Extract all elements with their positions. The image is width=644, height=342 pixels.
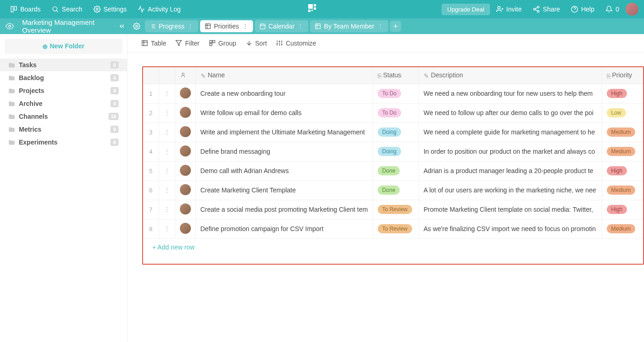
row-menu-button[interactable]: ⋮ xyxy=(159,122,175,142)
row-description-cell[interactable]: Adrian is a product manager leading a 20… xyxy=(419,161,602,180)
row-name-cell[interactable]: Create a social media post promoting Mar… xyxy=(196,200,373,219)
row-assignee[interactable] xyxy=(175,142,196,161)
row-priority-cell[interactable]: Medium xyxy=(602,122,643,142)
notifications-button[interactable]: 0 xyxy=(601,3,624,15)
row-name-cell[interactable]: Create a new onboarding tour xyxy=(196,84,373,103)
row-assignee[interactable] xyxy=(175,122,196,142)
tool-sort[interactable]: Sort xyxy=(246,40,267,47)
row-assignee[interactable] xyxy=(175,180,196,200)
column-priority[interactable]: ⎘Priority xyxy=(602,67,643,84)
more-vertical-icon[interactable]: ⋮ xyxy=(297,23,304,30)
tool-filter[interactable]: Filter xyxy=(175,40,199,47)
row-menu-button[interactable]: ⋮ xyxy=(159,161,175,180)
row-status-cell[interactable]: Done xyxy=(373,180,419,200)
search-button[interactable]: Search xyxy=(47,3,86,15)
table-row[interactable]: 5 ⋮ Demo call with Adrian Andrews Done A… xyxy=(143,161,643,180)
tab-calendar[interactable]: Calendar ⋮ xyxy=(255,20,309,32)
sidebar-item-label: Projects xyxy=(19,87,107,94)
upgrade-button[interactable]: Upgrade Deal xyxy=(442,4,489,15)
table-row[interactable]: 8 ⋮ Define promotion campaign for CSV Im… xyxy=(143,219,643,238)
tab-progress[interactable]: Progress ⋮ xyxy=(145,20,198,32)
row-menu-button[interactable]: ⋮ xyxy=(159,142,175,161)
sidebar-item-backlog[interactable]: Backlog 4 xyxy=(0,71,127,84)
tool-group[interactable]: Group xyxy=(209,40,236,47)
more-vertical-icon[interactable]: ⋮ xyxy=(187,23,194,30)
table-row[interactable]: 7 ⋮ Create a social media post promoting… xyxy=(143,200,643,219)
column-assignee[interactable] xyxy=(175,67,196,84)
table-row[interactable]: 4 ⋮ Define brand messaging Doing In orde… xyxy=(143,142,643,161)
invite-button[interactable]: Invite xyxy=(492,3,526,15)
board-settings-button[interactable] xyxy=(133,23,140,30)
row-priority-cell[interactable]: High xyxy=(602,84,643,103)
collapse-sidebar-button[interactable] xyxy=(116,21,127,32)
row-assignee[interactable] xyxy=(175,200,196,219)
boards-button[interactable]: Boards xyxy=(6,3,45,15)
add-view-button[interactable] xyxy=(390,21,401,32)
more-vertical-icon[interactable]: ⋮ xyxy=(242,23,248,30)
row-name-cell[interactable]: Define promotion campaign for CSV Import xyxy=(196,219,373,238)
row-assignee[interactable] xyxy=(175,84,196,103)
add-row-button[interactable]: + Add new row xyxy=(143,239,643,255)
row-status-cell[interactable]: To Do xyxy=(373,103,419,122)
row-name-cell[interactable]: Write follow up email for demo calls xyxy=(196,103,373,122)
svg-point-4 xyxy=(96,8,98,10)
row-priority-cell[interactable]: High xyxy=(602,200,643,219)
sidebar-item-label: Channels xyxy=(19,113,105,120)
add-row-label: Add new row xyxy=(157,243,195,251)
row-status-cell[interactable]: Doing xyxy=(373,142,419,161)
settings-button[interactable]: Settings xyxy=(89,3,132,15)
user-avatar[interactable] xyxy=(626,3,638,16)
sidebar-item-metrics[interactable]: Metrics 9 xyxy=(0,123,127,136)
table-row[interactable]: 6 ⋮ Create Marketing Client Template Don… xyxy=(143,180,643,200)
row-priority-cell[interactable]: High xyxy=(602,161,643,180)
more-vertical-icon[interactable]: ⋮ xyxy=(377,23,384,30)
row-name-cell[interactable]: Create Marketing Client Template xyxy=(196,180,373,200)
row-assignee[interactable] xyxy=(175,103,196,122)
share-button[interactable]: Share xyxy=(528,3,564,15)
column-name[interactable]: ✎Name xyxy=(196,67,373,84)
row-menu-button[interactable]: ⋮ xyxy=(159,84,175,103)
row-name-cell[interactable]: Write and implement the Ultimate Marketi… xyxy=(196,122,373,142)
row-name-cell[interactable]: Demo call with Adrian Andrews xyxy=(196,161,373,180)
row-status-cell[interactable]: Done xyxy=(373,161,419,180)
row-description-cell[interactable]: We need a new onboarding tour for new us… xyxy=(419,84,602,103)
sidebar-item-projects[interactable]: Projects 8 xyxy=(0,84,127,97)
row-status-cell[interactable]: To Review xyxy=(373,219,419,238)
row-priority-cell[interactable]: Medium xyxy=(602,219,643,238)
row-menu-button[interactable]: ⋮ xyxy=(159,180,175,200)
tab-priorities[interactable]: Priorities ⋮ xyxy=(200,20,253,32)
sidebar-item-archive[interactable]: Archive 4 xyxy=(0,97,127,110)
row-priority-cell[interactable]: Medium xyxy=(602,180,643,200)
table-row[interactable]: 3 ⋮ Write and implement the Ultimate Mar… xyxy=(143,122,643,142)
help-button[interactable]: Help xyxy=(566,3,599,15)
row-description-cell[interactable]: In order to position our product on the … xyxy=(419,142,602,161)
sidebar-item-channels[interactable]: Channels 16 xyxy=(0,110,127,123)
row-assignee[interactable] xyxy=(175,161,196,180)
tab-by-team-member[interactable]: By Team Member ⋮ xyxy=(310,20,388,32)
row-menu-button[interactable]: ⋮ xyxy=(159,103,175,122)
row-assignee[interactable] xyxy=(175,219,196,238)
row-status-cell[interactable]: To Review xyxy=(373,200,419,219)
column-description[interactable]: ✎Description xyxy=(419,67,602,84)
row-description-cell[interactable]: A lot of our users are working in the ma… xyxy=(419,180,602,200)
new-folder-button[interactable]: ⊕ New Folder xyxy=(5,39,122,54)
tool-table[interactable]: Table xyxy=(141,40,166,47)
activity-button[interactable]: Activity Log xyxy=(133,3,185,15)
row-status-cell[interactable]: To Do xyxy=(373,84,419,103)
sidebar-item-experiments[interactable]: Experiments 8 xyxy=(0,136,127,149)
column-status[interactable]: ⎘Status xyxy=(373,67,419,84)
row-description-cell[interactable]: As we're finalizing CSV import we need t… xyxy=(419,219,602,238)
sidebar-item-tasks[interactable]: Tasks 8 xyxy=(0,58,127,71)
row-menu-button[interactable]: ⋮ xyxy=(159,219,175,238)
row-description-cell[interactable]: We need to follow up after our demo call… xyxy=(419,103,602,122)
row-status-cell[interactable]: Doing xyxy=(373,122,419,142)
row-description-cell[interactable]: We need a complete guide for marketing m… xyxy=(419,122,602,142)
tool-customize[interactable]: Customize xyxy=(276,40,316,47)
row-priority-cell[interactable]: Medium xyxy=(602,142,643,161)
table-row[interactable]: 2 ⋮ Write follow up email for demo calls… xyxy=(143,103,643,122)
table-row[interactable]: 1 ⋮ Create a new onboarding tour To Do W… xyxy=(143,84,643,103)
row-name-cell[interactable]: Define brand messaging xyxy=(196,142,373,161)
row-priority-cell[interactable]: Low xyxy=(602,103,643,122)
row-description-cell[interactable]: Promote Marketing Client template on soc… xyxy=(419,200,602,219)
row-menu-button[interactable]: ⋮ xyxy=(159,200,175,219)
